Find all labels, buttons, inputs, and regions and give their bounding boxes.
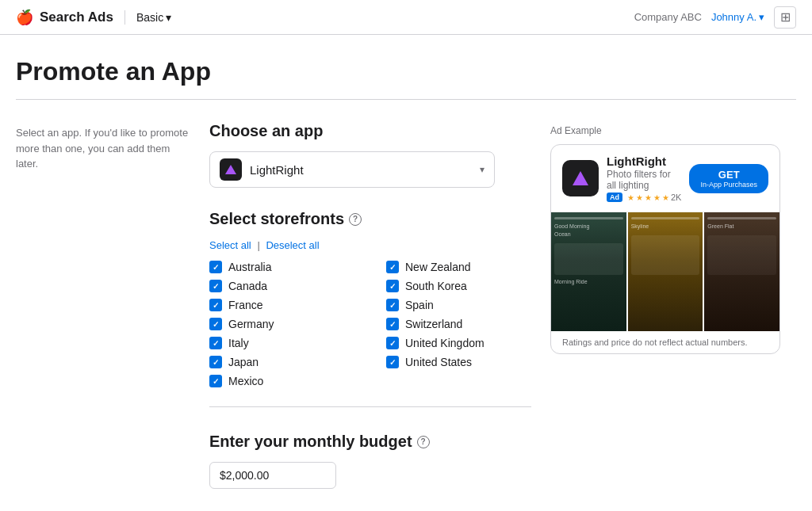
storefront-checkbox-france[interactable] bbox=[209, 299, 222, 311]
storefront-checkbox-canada[interactable] bbox=[209, 280, 222, 292]
list-item[interactable]: Canada bbox=[209, 280, 354, 292]
choose-app-title: Choose an app bbox=[209, 122, 531, 140]
ad-example-panel: Ad Example LightRight Photo filters for … bbox=[550, 122, 796, 511]
main-content: Select an app. If you'd like to promote … bbox=[16, 122, 796, 511]
star-2: ★ bbox=[636, 193, 643, 202]
storefront-checkbox-germany[interactable] bbox=[209, 318, 222, 330]
app-icon bbox=[220, 158, 242, 181]
screenshot-img-mock-3 bbox=[707, 235, 776, 275]
app-icon-triangle bbox=[225, 165, 236, 174]
ad-get-button[interactable]: GET In-App Purchases bbox=[689, 164, 768, 193]
budget-help-icon[interactable]: ? bbox=[417, 436, 430, 448]
storefronts-section: Select storefronts ? Select all | Desele… bbox=[209, 210, 531, 407]
list-item[interactable]: France bbox=[209, 299, 354, 311]
header-left: 🍎 Search Ads Basic ▾ bbox=[16, 10, 171, 25]
budget-section: Enter your monthly budget ? bbox=[209, 433, 531, 489]
choose-app-label: Choose an app bbox=[209, 122, 323, 140]
list-item[interactable]: United Kingdom bbox=[386, 337, 531, 349]
screenshot-1: Good MorningOcean Morning Ride bbox=[551, 212, 626, 331]
list-item[interactable]: Germany bbox=[209, 318, 354, 330]
page-title: Promote an App bbox=[16, 35, 796, 99]
list-item[interactable]: United States bbox=[386, 356, 531, 368]
screenshot-2: Skyline bbox=[628, 212, 703, 331]
list-item[interactable]: Australia bbox=[209, 261, 354, 273]
ad-example-label: Ad Example bbox=[550, 125, 796, 136]
ad-app-subtitle: Photo filters for all lighting bbox=[607, 169, 681, 191]
storefront-label: United Kingdom bbox=[405, 337, 485, 349]
list-item[interactable]: Switzerland bbox=[386, 318, 531, 330]
storefronts-help-icon[interactable]: ? bbox=[349, 213, 362, 226]
storefront-checkbox-italy[interactable] bbox=[209, 337, 222, 349]
deselect-all-link[interactable]: Deselect all bbox=[266, 239, 319, 251]
screenshot-bar-2 bbox=[631, 217, 700, 219]
screenshot-2-overlay: Skyline bbox=[628, 212, 703, 331]
screenshot-bar-3 bbox=[707, 217, 776, 219]
storefront-checkbox-newzealand[interactable] bbox=[386, 261, 399, 273]
budget-label: Enter your monthly budget bbox=[209, 433, 412, 451]
storefront-checkbox-spain[interactable] bbox=[386, 299, 399, 311]
search-ads-brand: Search Ads bbox=[40, 10, 113, 25]
ad-disclaimer: Ratings and price do not reflect actual … bbox=[551, 331, 779, 353]
screenshot-img-mock bbox=[554, 243, 623, 275]
dropdown-chevron-icon: ▾ bbox=[480, 164, 485, 175]
storefront-label: Australia bbox=[228, 261, 271, 273]
storefront-checkbox-us[interactable] bbox=[386, 356, 399, 368]
user-label: Johnny A. bbox=[711, 11, 756, 23]
screenshot-text-2: Morning Ride bbox=[554, 278, 623, 286]
page-container: Promote an App Select an app. If you'd l… bbox=[0, 35, 812, 511]
storefront-checkbox-mexico[interactable] bbox=[209, 375, 222, 387]
select-links: Select all | Deselect all bbox=[209, 239, 531, 251]
star-4: ★ bbox=[653, 193, 661, 202]
storefront-checkbox-japan[interactable] bbox=[209, 356, 222, 368]
storefront-checkbox-switzerland[interactable] bbox=[386, 318, 399, 330]
storefront-label: France bbox=[228, 299, 263, 311]
select-all-link[interactable]: Select all bbox=[209, 239, 251, 251]
selected-app-name: LightRight bbox=[250, 163, 304, 177]
budget-input[interactable] bbox=[209, 462, 336, 489]
storefront-checkbox-uk[interactable] bbox=[386, 337, 399, 349]
storefronts-label: Select storefronts bbox=[209, 210, 344, 228]
screenshot-1-text: Good MorningOcean bbox=[554, 223, 623, 238]
screenshot-3-overlay: Green Flat bbox=[704, 212, 779, 331]
star-3: ★ bbox=[645, 193, 652, 202]
storefront-label: Japan bbox=[228, 356, 259, 368]
list-item[interactable]: South Korea bbox=[386, 280, 531, 292]
ad-info: LightRight Photo filters for all lightin… bbox=[607, 154, 681, 202]
storefronts-list-wrap: Australia New Zealand Canada South bbox=[209, 261, 531, 407]
storefront-checkbox-australia[interactable] bbox=[209, 261, 222, 273]
list-item[interactable]: Mexico bbox=[209, 375, 354, 387]
ad-app-icon bbox=[562, 160, 599, 196]
screenshot-bar bbox=[554, 217, 623, 219]
get-label: GET bbox=[718, 169, 740, 181]
choose-app-section: Choose an app LightRight ▾ bbox=[209, 122, 531, 188]
ad-card: LightRight Photo filters for all lightin… bbox=[550, 144, 780, 354]
app-dropdown[interactable]: LightRight ▾ bbox=[209, 151, 495, 188]
screenshot-img-mock-2 bbox=[631, 235, 700, 275]
list-item[interactable]: New Zealand bbox=[386, 261, 531, 273]
screenshot-2-text: Skyline bbox=[631, 223, 700, 231]
plan-label: Basic bbox=[136, 11, 163, 24]
list-item[interactable]: Japan bbox=[209, 356, 354, 368]
ad-card-header: LightRight Photo filters for all lightin… bbox=[551, 145, 779, 212]
storefront-label: Spain bbox=[405, 299, 434, 311]
storefront-label: Switzerland bbox=[405, 318, 462, 330]
app-header: 🍎 Search Ads Basic ▾ Company ABC Johnny … bbox=[0, 0, 812, 35]
storefront-label: New Zealand bbox=[405, 261, 471, 273]
list-item[interactable]: Italy bbox=[209, 337, 354, 349]
grid-icon-button[interactable]: ⊞ bbox=[774, 6, 796, 29]
in-app-label: In-App Purchases bbox=[700, 181, 757, 189]
storefront-label: Germany bbox=[228, 318, 274, 330]
storefront-checkbox-southkorea[interactable] bbox=[386, 280, 399, 292]
company-name: Company ABC bbox=[634, 11, 702, 23]
user-menu[interactable]: Johnny A. ▾ bbox=[711, 11, 764, 23]
plan-selector[interactable]: Basic ▾ bbox=[136, 11, 171, 24]
page-divider bbox=[16, 99, 796, 100]
star-5: ★ bbox=[662, 193, 669, 202]
ad-stars: Ad ★ ★ ★ ★ ★ 2K bbox=[607, 193, 681, 202]
header-divider bbox=[124, 10, 125, 25]
screenshot-1-overlay: Good MorningOcean Morning Ride bbox=[551, 212, 626, 331]
screenshot-3: Green Flat bbox=[704, 212, 779, 331]
user-chevron-icon: ▾ bbox=[759, 11, 764, 23]
list-item[interactable]: Spain bbox=[386, 299, 531, 311]
ad-app-icon-triangle bbox=[573, 171, 588, 185]
